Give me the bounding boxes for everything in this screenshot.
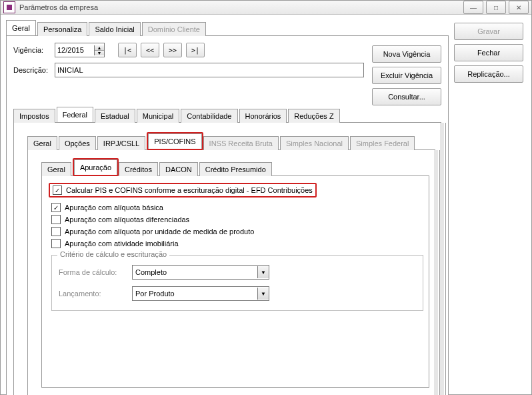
tab-estadual[interactable]: Estadual bbox=[95, 109, 135, 123]
window-title: Parâmetros da empresa bbox=[19, 3, 98, 11]
tab-label: Geral bbox=[47, 165, 65, 173]
tab-pis-geral[interactable]: Geral bbox=[41, 162, 71, 176]
vigencia-buttons: Nova Vigência Excluir Vigência Consultar… bbox=[372, 43, 441, 105]
replicacao-button[interactable]: Replicação... bbox=[454, 65, 523, 83]
button-label: Excluir Vigência bbox=[381, 71, 433, 79]
tab-impostos[interactable]: Impostos bbox=[13, 109, 55, 123]
client-area: Geral Personaliza Saldo Inicial Domínio … bbox=[1, 15, 531, 395]
tab-label: Saldo Inicial bbox=[95, 25, 134, 33]
pis-cofins-panel: Geral Apuração Créditos DACON Crédito Pr… bbox=[27, 150, 435, 395]
tab-saldo-inicial[interactable]: Saldo Inicial bbox=[89, 22, 140, 36]
consultar-button[interactable]: Consultar... bbox=[372, 88, 441, 105]
nav-prev-button[interactable]: << bbox=[141, 43, 159, 57]
tab-fed-irpj[interactable]: IRPJ/CSLL bbox=[97, 136, 145, 150]
tab-label: IRPJ/CSLL bbox=[103, 139, 139, 147]
app-window: Parâmetros da empresa — □ ✕ Geral Person… bbox=[0, 0, 532, 395]
tab-fed-pis-cofins[interactable]: PIS/COFINS bbox=[148, 133, 201, 149]
minimize-button[interactable]: — bbox=[463, 1, 483, 14]
tab-fed-simples-nacional: Simples Nacional bbox=[280, 136, 349, 150]
tab-label: INSS Receita Bruta bbox=[209, 139, 273, 147]
close-button[interactable]: ✕ bbox=[509, 1, 529, 14]
tab-label: Reduções Z bbox=[294, 112, 333, 120]
titlebar: Parâmetros da empresa — □ ✕ bbox=[1, 1, 531, 15]
nav-first-button[interactable]: |< bbox=[118, 43, 137, 57]
button-label: Consultar... bbox=[388, 93, 425, 101]
minimize-icon: — bbox=[470, 4, 477, 11]
button-label: Nova Vigência bbox=[383, 50, 431, 58]
tab-label: Honorários bbox=[245, 112, 281, 120]
vigencia-input[interactable] bbox=[55, 44, 94, 56]
gravar-button[interactable]: Gravar bbox=[454, 23, 523, 40]
top-tabs: Geral Personaliza Saldo Inicial Domínio … bbox=[6, 20, 449, 36]
tab-label: Domínio Cliente bbox=[148, 25, 200, 33]
chevron-down-icon: ▼ bbox=[257, 266, 269, 278]
tab-pis-creditos[interactable]: Créditos bbox=[119, 162, 158, 176]
nav-first-icon: |< bbox=[123, 47, 131, 54]
maximize-icon: □ bbox=[494, 4, 498, 11]
piscofins-subtabs: Geral Apuração Créditos DACON Crédito Pr… bbox=[41, 158, 429, 176]
lancamento-select[interactable]: Por Produto ▼ bbox=[132, 286, 269, 301]
close-icon: ✕ bbox=[516, 4, 521, 11]
excluir-vigencia-button[interactable]: Excluir Vigência bbox=[372, 67, 441, 84]
nav-next-icon: >> bbox=[169, 47, 177, 54]
tab-label: DACON bbox=[165, 165, 192, 173]
spin-up-icon[interactable]: ▲ bbox=[95, 45, 104, 51]
tab-fed-simples-federal: Simples Federal bbox=[350, 136, 415, 150]
nav-next-button[interactable]: >> bbox=[163, 43, 182, 57]
tab-label: Estadual bbox=[101, 112, 129, 120]
tab-label: Simples Nacional bbox=[286, 139, 343, 147]
select-value: Por Produto bbox=[135, 290, 175, 298]
tab-label: Apuração bbox=[80, 163, 111, 171]
forma-calculo-label: Forma de cálculo: bbox=[59, 268, 123, 276]
tab-fed-geral[interactable]: Geral bbox=[27, 136, 57, 150]
vigencia-label: Vigência: bbox=[13, 46, 51, 54]
button-label: Replicação... bbox=[467, 70, 510, 78]
nav-last-button[interactable]: >| bbox=[186, 43, 205, 57]
tab-label: Crédito Presumido bbox=[205, 165, 266, 173]
tab-label: Impostos bbox=[19, 112, 49, 120]
tab-pis-credito-presumido[interactable]: Crédito Presumido bbox=[199, 162, 272, 176]
tab-municipal[interactable]: Municipal bbox=[137, 109, 179, 123]
tab-label: PIS/COFINS bbox=[154, 137, 195, 145]
top-tab-body: Vigência: ▲▼ |< << >> >| D bbox=[6, 36, 449, 395]
fechar-button[interactable]: Fechar bbox=[454, 44, 523, 61]
tab-contabilidade[interactable]: Contabilidade bbox=[181, 109, 237, 123]
federal-panel: Geral Opções IRPJ/CSLL PIS/COFINS INSS R… bbox=[13, 123, 441, 395]
button-label: Gravar bbox=[477, 27, 500, 35]
descricao-row: Descrição: bbox=[13, 63, 364, 77]
forma-calculo-select[interactable]: Completo ▼ bbox=[132, 265, 269, 280]
nav-prev-icon: << bbox=[146, 47, 154, 54]
action-buttons: Gravar Fechar Replicação... bbox=[454, 20, 523, 395]
maximize-button[interactable]: □ bbox=[486, 1, 506, 14]
button-label: Fechar bbox=[477, 49, 500, 57]
nova-vigencia-button[interactable]: Nova Vigência bbox=[372, 45, 441, 63]
tab-geral[interactable]: Geral bbox=[6, 20, 36, 35]
nav-last-icon: >| bbox=[191, 47, 199, 54]
spin-down-icon[interactable]: ▼ bbox=[95, 51, 104, 55]
tab-reducoes-z[interactable]: Reduções Z bbox=[288, 109, 339, 123]
tab-federal[interactable]: Federal bbox=[57, 107, 93, 122]
tab-label: Opções bbox=[65, 139, 90, 147]
tab-personaliza[interactable]: Personaliza bbox=[37, 22, 87, 36]
descricao-input[interactable] bbox=[55, 63, 364, 77]
tab-pis-apuracao[interactable]: Apuração bbox=[74, 159, 117, 175]
app-icon bbox=[3, 1, 15, 13]
tab-label: Municipal bbox=[143, 112, 173, 120]
spinner-arrows[interactable]: ▲▼ bbox=[94, 45, 104, 55]
tax-tabs: Impostos Federal Estadual Municipal Cont… bbox=[13, 107, 441, 123]
tab-label: Contabilidade bbox=[187, 112, 231, 120]
tab-dominio-cliente: Domínio Cliente bbox=[142, 22, 206, 36]
tab-pis-dacon[interactable]: DACON bbox=[159, 162, 198, 176]
tab-label: Créditos bbox=[125, 165, 152, 173]
tab-honorarios[interactable]: Honorários bbox=[239, 109, 287, 123]
tab-label: Geral bbox=[12, 24, 30, 32]
vigencia-spinner[interactable]: ▲▼ bbox=[55, 43, 105, 57]
federal-subtabs: Geral Opções IRPJ/CSLL PIS/COFINS INSS R… bbox=[27, 132, 435, 150]
descricao-label: Descrição: bbox=[13, 66, 51, 74]
tab-fed-opcoes[interactable]: Opções bbox=[59, 136, 96, 150]
tab-fed-inss: INSS Receita Bruta bbox=[203, 136, 279, 150]
group-title: Critério de cálculo e escrituração bbox=[57, 250, 169, 258]
lancamento-row: Lançamento: Por Produto ▼ bbox=[59, 286, 416, 301]
tab-label: Personaliza bbox=[43, 25, 81, 33]
main-panel: Geral Personaliza Saldo Inicial Domínio … bbox=[6, 20, 449, 395]
